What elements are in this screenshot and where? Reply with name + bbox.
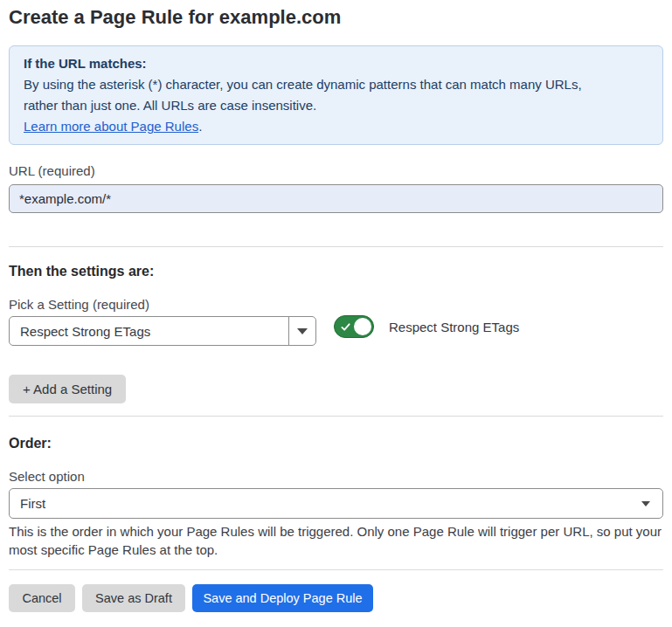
order-help-text: This is the order in which your Page Rul… [9, 522, 663, 559]
form-actions: Cancel Save as Draft Save and Deploy Pag… [9, 584, 663, 612]
info-box-link-line: Learn more about Page Rules. [24, 116, 648, 137]
divider-footer [9, 569, 663, 570]
divider-settings-order [9, 416, 663, 417]
save-deploy-button[interactable]: Save and Deploy Page Rule [192, 584, 373, 612]
order-select-label: Select option [9, 469, 663, 485]
divider-url-settings [9, 246, 663, 247]
chevron-down-icon [297, 328, 308, 334]
pick-setting-label: Pick a Setting (required) [9, 297, 663, 313]
setting-select-arrow-button[interactable] [288, 317, 315, 345]
page-title: Create a Page Rule for example.com [9, 0, 663, 29]
toggle-wrap: Respect Strong ETags [334, 315, 519, 338]
learn-more-link[interactable]: Learn more about Page Rules [24, 119, 198, 134]
info-box-body-line-1: By using the asterisk (*) character, you… [24, 74, 648, 95]
check-icon [341, 322, 350, 332]
url-field-label: URL (required) [9, 163, 663, 179]
order-select-arrow [629, 489, 662, 518]
order-select-value: First [10, 496, 629, 511]
url-input[interactable] [9, 184, 663, 213]
setting-row: Respect Strong ETags Respect Strong ETag… [9, 316, 663, 346]
chevron-down-icon [641, 501, 650, 506]
toggle-knob [354, 318, 371, 335]
page-rule-form: Create a Page Rule for example.com If th… [0, 0, 672, 612]
url-match-info-box: If the URL matches: By using the asteris… [9, 45, 663, 145]
save-draft-button[interactable]: Save as Draft [82, 584, 185, 612]
setting-select[interactable]: Respect Strong ETags [9, 316, 316, 346]
order-select[interactable]: First [9, 488, 663, 519]
info-box-heading: If the URL matches: [24, 53, 648, 74]
order-heading: Order: [9, 435, 663, 452]
add-setting-button[interactable]: + Add a Setting [9, 375, 126, 403]
etags-toggle[interactable] [334, 315, 374, 338]
toggle-label: Respect Strong ETags [389, 320, 519, 334]
settings-heading: Then the settings are: [9, 263, 663, 280]
link-period: . [198, 119, 202, 134]
info-box-body-line-2: rather than just one. All URLs are case … [24, 95, 648, 116]
cancel-button[interactable]: Cancel [9, 584, 75, 612]
setting-select-value: Respect Strong ETags [10, 324, 288, 339]
